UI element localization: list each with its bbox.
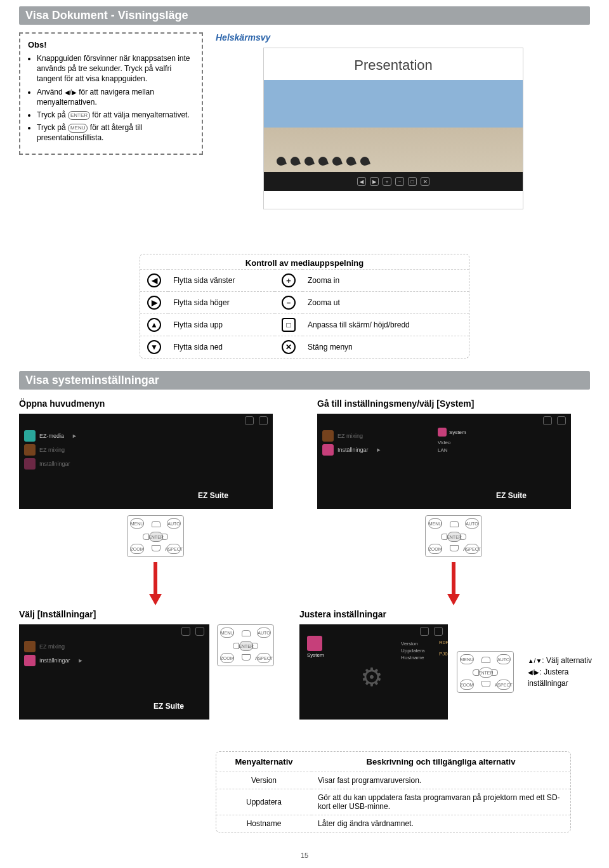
remote-menu-button: MENU [130,518,144,529]
screenshot-main-menu: EZ-media► EZ mixing Inställningar EZ Sui… [19,414,273,509]
info-row-version: Version [216,772,311,789]
remote-up-button [450,521,459,527]
row-hostname-label: Hostname [401,655,424,661]
obs-item: Tryck på MENU för att återgå till presen… [37,122,194,143]
remote-aspect-button: ASPECT [465,544,479,554]
menu-ez-mixing: EZ mixing [39,643,65,650]
presentation-title: Presentation [264,48,523,80]
arrow-up-icon: ▲ [147,318,161,332]
info-row-hostname: Hostname [216,815,311,832]
remote-pad: MENU AUTO ENTER ZOOM ASPECT [217,624,274,666]
obs-item: Tryck på ENTER för att välja menyalterna… [37,110,194,120]
remote-enter-button: ENTER [239,641,253,651]
remote-zoom-button: ZOOM [220,653,234,663]
media-controls-box: Kontroll av mediauppspelning ◀ Flytta si… [140,254,469,358]
prev-page-icon[interactable]: ◀ [357,177,366,186]
remote-menu-button: MENU [220,628,234,638]
row-version-label: Version [401,641,424,647]
row-version-value: R0P03_B_005 [439,640,448,645]
remote-auto-button: AUTO [167,518,181,529]
presentation-image [264,80,523,172]
remote-auto-button: AUTO [257,628,271,638]
screenshot-settings-system: EZ mixing Inställningar► System Video LA… [317,414,571,509]
close-icon[interactable]: ✕ [421,177,429,186]
gear-icon: ⚙ [360,662,383,692]
remote-left-button [473,669,479,676]
menu-installningar: Inställningar [39,461,70,467]
remote-pad: MENU AUTO ENTER ZOOM ASPECT [457,651,514,693]
page-number: 15 [19,852,590,859]
zoom-out-icon[interactable]: － [395,177,404,186]
info-row-upgrade-desc: Gör att du kan uppdatera fasta programva… [311,789,570,815]
ez-suite-brand: EZ Suite [496,491,527,500]
up-down-icon: ▲/▼ [528,656,542,666]
step-open-main: Öppna huvudmenyn [19,398,292,409]
media-label: Anpassa till skärm/ höjd/bredd [303,314,469,336]
flow-arrow-icon [447,562,460,607]
menu-installningar: Inställningar [39,657,70,664]
fullscreen-label: Helskärmsvy [216,32,571,43]
remote-zoom-button: ZOOM [460,680,474,690]
media-controls-table: ◀ Flytta sida vänster ＋ Zooma in ▶ Flytt… [140,269,469,358]
menu-ez-media: EZ-media [39,433,64,439]
submenu-system: System [449,430,466,435]
remote-auto-button: AUTO [497,654,511,664]
remote-left-button [143,534,149,540]
zoom-in-icon[interactable]: ＋ [383,177,391,186]
menu-options-info-box: Menyalternativ Beskrivning och tillgängl… [216,751,571,832]
menu-options-table: Menyalternativ Beskrivning och tillgängl… [216,752,570,832]
enter-key-icon: ENTER [68,111,90,120]
remote-menu-button: MENU [460,654,474,664]
media-label: Zooma ut [303,292,469,314]
fit-screen-icon: □ [282,318,296,332]
remote-up-button [481,657,490,663]
remote-left-button [441,534,447,540]
row-upgrade-label: Uppdatera [401,648,424,654]
arrow-right-icon: ▶ [147,296,161,310]
remote-pad: MENU AUTO ENTER ZOOM ASPECT [127,515,184,557]
media-label: Flytta sida upp [168,314,275,336]
remote-down-button [242,654,251,661]
remote-right-button [492,669,498,676]
step-adjust: Justera inställningar [299,609,598,619]
remote-enter-button: ENTER [447,532,461,542]
obs-title: Obs! [28,40,194,49]
section-title-view-doc: Visa Dokument - Visningsläge [19,6,590,25]
remote-up-button [152,521,160,527]
remote-left-button [233,643,239,649]
step-select-inst: Välj [Inställningar] [19,609,274,619]
next-page-icon[interactable]: ▶ [370,177,379,186]
submenu-lan: LAN [438,447,466,453]
ez-suite-brand: EZ Suite [154,702,184,711]
panel-system-title: System [307,652,324,658]
remote-up-button [242,630,251,636]
remote-aspect-button: ASPECT [497,680,511,690]
info-header-desc: Beskrivning och tillgängliga alternativ [311,752,570,772]
remote-down-button [450,545,459,551]
remote-aspect-button: ASPECT [257,653,271,663]
remote-enter-button: ENTER [479,667,493,678]
obs-item: Använd ◀/▶ för att navigera mellan menya… [37,87,194,107]
obs-note-box: Obs! Knappguiden försvinner när knappsat… [19,32,203,155]
left-right-icon: ◀/▶ [65,88,77,97]
remote-auto-button: AUTO [465,518,479,529]
media-label: Zooma in [303,270,469,292]
section-title-system-settings: Visa systeminställningar [19,371,590,390]
remote-enter-button: ENTER [149,532,163,542]
media-label: Flytta sida höger [168,292,275,314]
obs-item: Knappguiden försvinner när knappsatsen i… [37,53,194,84]
menu-ez-mixing: EZ mixing [337,433,363,439]
fit-icon[interactable]: □ [408,177,417,186]
info-row-version-desc: Visar fast programvaruversion. [311,772,570,789]
remote-aspect-button: ASPECT [167,544,181,554]
presentation-preview: Presentation ◀ ▶ ＋ － □ ✕ [263,48,523,209]
step-goto-settings: Gå till inställningsmeny/välj [System] [317,398,590,409]
media-label: Flytta sida ned [168,336,275,358]
arrow-left-icon: ◀ [147,273,161,287]
presentation-control-bar: ◀ ▶ ＋ － □ ✕ [264,172,523,191]
remote-zoom-button: ZOOM [130,544,144,554]
remote-right-button [460,534,466,540]
left-right-icon: ◀/▶ [528,667,540,677]
screenshot-adjust-settings: System ⚙ Version Uppdatera Hostname R0P0… [299,624,448,720]
adjust-instructions: ▲/▼: Välj alternativ ◀/▶: Justera instäl… [528,655,598,689]
